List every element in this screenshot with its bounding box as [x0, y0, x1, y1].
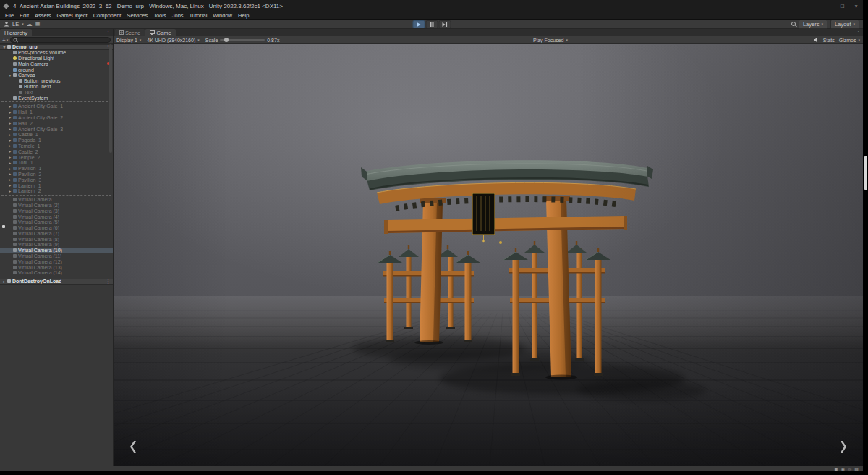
- hierarchy-item[interactable]: ▸Hall_1: [0, 109, 113, 115]
- expand-arrow-icon[interactable]: ▸: [7, 189, 13, 193]
- resolution-dropdown[interactable]: 4K UHD (3840x2160) ▾: [147, 38, 199, 43]
- hierarchy-item[interactable]: ground: [0, 67, 113, 72]
- next-building-button[interactable]: ›: [840, 430, 847, 460]
- hierarchy-item[interactable]: Text: [0, 89, 113, 95]
- scrollbar-thumb[interactable]: [109, 44, 112, 153]
- account-label[interactable]: LE: [12, 21, 19, 28]
- expand-arrow-icon[interactable]: ▸: [7, 183, 13, 188]
- pause-button[interactable]: [425, 20, 438, 28]
- expand-arrow-icon[interactable]: ▸: [7, 177, 13, 182]
- activity-icon[interactable]: ◎: [848, 467, 851, 471]
- hierarchy-item[interactable]: ▸Pagoda_1: [0, 138, 113, 143]
- expand-arrow-icon[interactable]: ▸: [7, 115, 13, 119]
- tab-scene[interactable]: Scene: [115, 29, 145, 36]
- external-scrollbar-thumb[interactable]: [864, 156, 867, 190]
- tab-hierarchy[interactable]: Hierarchy: [0, 29, 32, 36]
- account-icon[interactable]: [4, 21, 9, 27]
- play-button[interactable]: [412, 20, 425, 28]
- menu-window[interactable]: Window: [210, 12, 235, 19]
- expand-arrow-icon[interactable]: ▸: [7, 143, 13, 148]
- hierarchy-item[interactable]: Button_next: [0, 84, 113, 90]
- gizmos-dropdown[interactable]: Gizmos ▾: [839, 38, 860, 43]
- expand-arrow-icon[interactable]: ▸: [7, 104, 13, 109]
- hierarchy-item[interactable]: ▾Canvas: [0, 72, 113, 78]
- layers-dropdown[interactable]: Layers ▾: [799, 20, 827, 29]
- hierarchy-scrollbar[interactable]: [109, 44, 112, 466]
- layout-dropdown[interactable]: Layout ▾: [830, 20, 859, 29]
- menu-edit[interactable]: Edit: [17, 12, 32, 19]
- hierarchy-item[interactable]: ▸Temple_2: [0, 154, 113, 160]
- maximize-button[interactable]: □: [835, 0, 849, 12]
- hierarchy-item[interactable]: Post-process Volume: [0, 50, 113, 56]
- expand-arrow-icon[interactable]: ▸: [7, 138, 13, 143]
- hierarchy-item[interactable]: Virtual Camera (14): [0, 270, 113, 276]
- menu-services[interactable]: Services: [124, 12, 150, 19]
- close-button[interactable]: ×: [849, 0, 863, 12]
- hierarchy-item[interactable]: ▸Hall_2: [0, 120, 113, 126]
- expand-arrow-icon[interactable]: ▸: [7, 127, 13, 131]
- menu-assets[interactable]: Assets: [32, 12, 54, 19]
- display-dropdown[interactable]: Display 1 ▾: [116, 38, 141, 43]
- expand-arrow-icon[interactable]: ▸: [1, 279, 7, 284]
- panel-menu-icon[interactable]: ⋮: [106, 30, 113, 36]
- hierarchy-item[interactable]: Virtual Camera (3): [0, 208, 113, 214]
- slider-thumb[interactable]: [224, 38, 229, 42]
- expand-arrow-icon[interactable]: ▸: [7, 155, 13, 159]
- grid-services-icon[interactable]: ▦: [35, 21, 41, 27]
- hierarchy-item[interactable]: ▸Temple_1: [0, 143, 113, 149]
- scale-slider[interactable]: [220, 39, 265, 41]
- hierarchy-scene-header[interactable]: ▾Demo_urp⋮: [0, 44, 113, 50]
- console-icon[interactable]: ▣: [834, 467, 838, 471]
- expand-arrow-icon[interactable]: ▸: [7, 133, 13, 137]
- hierarchy-item[interactable]: Virtual Camera (5): [0, 219, 113, 225]
- expand-arrow-icon[interactable]: ▸: [7, 161, 13, 165]
- hierarchy-item[interactable]: Button_previous: [0, 78, 113, 84]
- hierarchy-item[interactable]: Virtual Camera: [0, 197, 113, 203]
- expand-arrow-icon[interactable]: ▸: [7, 172, 13, 176]
- stats-button[interactable]: Stats: [823, 38, 835, 43]
- menu-component[interactable]: Component: [90, 12, 124, 19]
- hierarchy-item[interactable]: ▸Pavilion_2: [0, 172, 113, 177]
- hierarchy-item[interactable]: Virtual Camera (10): [0, 248, 113, 253]
- menu-tutorial[interactable]: Tutorial: [187, 12, 210, 19]
- hierarchy-item[interactable]: ▸Castle_2: [0, 148, 113, 154]
- bell-icon[interactable]: ◉: [841, 467, 845, 471]
- hierarchy-item[interactable]: ▸Lantern_1: [0, 182, 113, 188]
- hierarchy-item[interactable]: Directional Light: [0, 56, 113, 62]
- menu-icon[interactable]: ▤: [854, 467, 859, 471]
- expand-arrow-icon[interactable]: ▾: [1, 45, 7, 49]
- menu-help[interactable]: Help: [235, 12, 252, 19]
- hierarchy-item[interactable]: Virtual Camera (7): [0, 231, 113, 237]
- hierarchy-item[interactable]: ▸Ancient City Gate_1: [0, 104, 113, 109]
- step-button[interactable]: [438, 20, 451, 28]
- hierarchy-item[interactable]: EventSystem: [0, 95, 113, 101]
- play-focused-dropdown[interactable]: Play Focused ▾: [533, 38, 568, 43]
- cloud-collab-icon[interactable]: ☁: [27, 21, 33, 28]
- expand-arrow-icon[interactable]: ▾: [7, 73, 13, 77]
- panel-menu-icon[interactable]: ⋮: [856, 30, 863, 36]
- expand-arrow-icon[interactable]: ▸: [7, 167, 13, 171]
- mute-audio-icon[interactable]: [813, 37, 819, 43]
- hierarchy-item[interactable]: Virtual Camera (4): [0, 214, 113, 219]
- hierarchy-item[interactable]: ▸Lantern_2: [0, 188, 113, 194]
- scene-visibility-icon[interactable]: [2, 225, 5, 228]
- hierarchy-item[interactable]: ▸Ancient City Gate_2: [0, 115, 113, 121]
- search-icon[interactable]: [791, 22, 796, 26]
- hierarchy-item[interactable]: Virtual Camera (12): [0, 258, 113, 264]
- menu-file[interactable]: File: [2, 12, 17, 19]
- minimize-button[interactable]: –: [822, 0, 835, 12]
- hierarchy-scene-header[interactable]: ▸DontDestroyOnLoad⋮: [0, 279, 113, 285]
- menu-jobs[interactable]: Jobs: [169, 12, 187, 19]
- expand-arrow-icon[interactable]: ▸: [7, 121, 13, 125]
- hierarchy-item[interactable]: ▸Torii_1: [0, 160, 113, 166]
- hierarchy-item[interactable]: Virtual Camera (11): [0, 253, 113, 259]
- expand-arrow-icon[interactable]: ▸: [7, 110, 13, 114]
- hierarchy-item[interactable]: Virtual Camera (2): [0, 203, 113, 209]
- hierarchy-item[interactable]: ▸Pavilion_3: [0, 177, 113, 182]
- hierarchy-item[interactable]: Virtual Camera (6): [0, 225, 113, 231]
- menu-gameobject[interactable]: GameObject: [54, 12, 90, 19]
- hierarchy-item[interactable]: ▸Castle_1: [0, 132, 113, 138]
- add-object-button[interactable]: + ▾: [2, 37, 8, 43]
- hierarchy-search-input[interactable]: [10, 37, 111, 43]
- game-viewport[interactable]: ‹ ›: [114, 44, 863, 466]
